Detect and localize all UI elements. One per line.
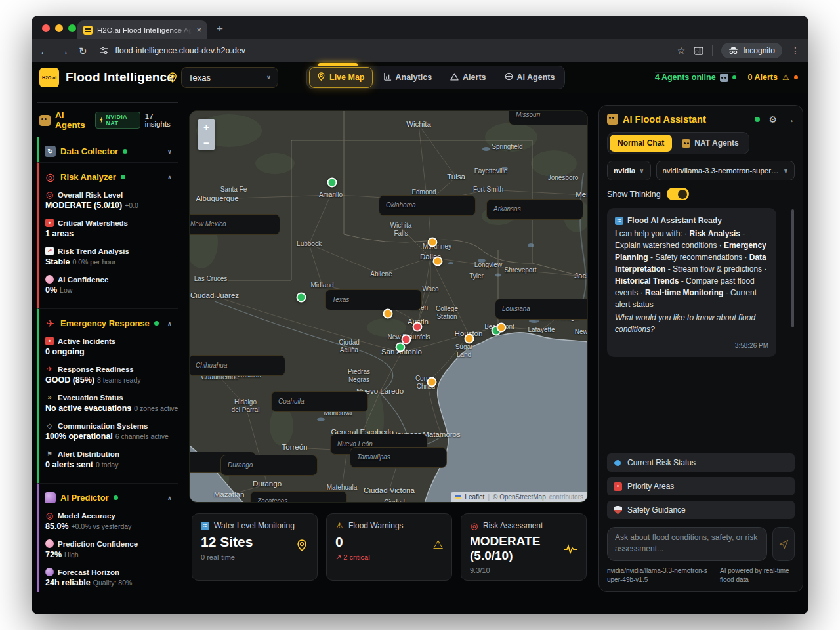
agent-header[interactable]: Data Collector∨: [45, 146, 175, 157]
metric-value: 100% operational6 channels active: [45, 432, 175, 441]
assistant-message: Flood AI Assistant Ready I can help you …: [607, 208, 776, 357]
site-marker-normal[interactable]: [297, 293, 306, 303]
site-marker-elevated[interactable]: [428, 238, 438, 247]
browser-tab[interactable]: H2O.ai Flood Intelligence Age ×: [77, 20, 207, 39]
main-nav: Live MapAnalyticsAlertsAI Agents: [306, 66, 565, 89]
incognito-badge: Incognito: [721, 43, 782, 58]
metric-value: 0%Low: [45, 285, 175, 295]
side-panel-icon[interactable]: [694, 47, 704, 55]
tab-close-icon[interactable]: ×: [196, 26, 201, 34]
url-text[interactable]: flood-intelligence.cloud-dev.h2o.dev: [116, 46, 246, 55]
site-marker-normal[interactable]: [396, 343, 406, 352]
robot-icon: [682, 139, 690, 148]
site-marker-elevated[interactable]: [433, 257, 443, 266]
nav-tab-label: Analytics: [396, 73, 432, 82]
site-marker-high[interactable]: [413, 322, 423, 332]
leaflet-link[interactable]: Leaflet: [465, 494, 484, 501]
chat-scrollbar[interactable]: [791, 209, 794, 327]
agent-header[interactable]: Emergency Response∧: [45, 318, 175, 329]
alerts-count-label: 0 Alerts: [748, 73, 778, 82]
maximize-window-button[interactable]: [68, 24, 76, 32]
zoom-out-button[interactable]: −: [198, 135, 215, 150]
back-icon[interactable]: ←: [39, 46, 49, 56]
provider-value: nvidia: [614, 167, 635, 175]
site-settings-icon[interactable]: [100, 46, 109, 55]
siren-icon: [614, 482, 622, 491]
message-body: I can help you with: · Risk Analysis - E…: [615, 228, 768, 310]
metric-value: No active evacuations0 zones active: [45, 404, 175, 413]
site-marker-elevated[interactable]: [465, 334, 474, 344]
show-thinking-toggle[interactable]: [667, 188, 689, 200]
reload-icon[interactable]: ↻: [79, 46, 87, 56]
assistant-online-dot: [755, 117, 760, 122]
chat-tab-nat-agents[interactable]: NAT Agents: [674, 135, 746, 152]
osm-link[interactable]: © OpenStreetMap: [493, 494, 546, 501]
collapse-panel-icon[interactable]: →: [786, 114, 795, 125]
metric-extra: 8 teams ready: [97, 376, 141, 384]
shield-icon: [614, 506, 622, 514]
site-marker-normal[interactable]: [327, 178, 337, 188]
site-marker-elevated[interactable]: [427, 377, 437, 387]
model-select[interactable]: nvidia/llama-3.3-nemotron-super-49b-v1. …: [656, 161, 795, 180]
agent-section-emergency-response: Emergency Response∧Active Incidents0 ong…: [37, 308, 178, 483]
agent-status-dot: [123, 149, 127, 154]
region-select[interactable]: Texas ∨: [181, 67, 278, 88]
close-window-button[interactable]: [42, 24, 50, 32]
chart-up-icon: [45, 247, 54, 255]
accordion-safety-guidance[interactable]: Safety Guidance: [607, 501, 795, 519]
metric-row: Response ReadinessGOOD (85%)8 teams read…: [45, 365, 175, 385]
address-bar[interactable]: flood-intelligence.cloud-dev.h2o.dev: [97, 46, 667, 55]
metric-label: Critical Watersheds: [45, 219, 175, 227]
chat-input-wrapper: [607, 527, 767, 561]
chat-history: Flood AI Assistant Ready I can help you …: [607, 208, 795, 448]
metric-extra: Quality: 80%: [93, 579, 133, 587]
map-canvas: [190, 111, 588, 503]
metric-value: Stable0.0% per hour: [45, 257, 175, 266]
agents-online-label: 4 Agents online: [655, 73, 716, 82]
minimize-window-button[interactable]: [55, 24, 63, 32]
provider-select[interactable]: nvidia ∨: [607, 161, 651, 180]
metric-row: Model Accuracy85.0%+0.0% vs yesterday: [45, 511, 175, 531]
forward-icon[interactable]: →: [59, 46, 69, 56]
zoom-in-button[interactable]: +: [198, 119, 215, 135]
accordion-priority-areas[interactable]: Priority Areas: [607, 477, 795, 495]
agent-list: Data Collector∨Risk Analyzer∧Overall Ris…: [37, 136, 178, 592]
metric-label-text: AI Confidence: [58, 276, 108, 284]
agent-name: Data Collector: [60, 146, 118, 156]
bolt-icon: [100, 117, 104, 123]
new-tab-button[interactable]: +: [217, 22, 223, 35]
send-button[interactable]: [772, 527, 795, 561]
site-marker-elevated[interactable]: [383, 309, 393, 319]
alerts-status: 0 Alerts: [748, 73, 798, 82]
metric-value: GOOD (85%)8 teams ready: [45, 375, 175, 385]
chevron-down-icon: ∨: [266, 74, 271, 81]
bookmark-icon[interactable]: ☆: [677, 46, 686, 55]
agent-header[interactable]: Risk Analyzer∧: [45, 171, 175, 182]
show-thinking-label: Show Thinking: [607, 190, 661, 199]
metric-row: Critical Watersheds1 areas: [45, 219, 175, 238]
chat-input[interactable]: [615, 532, 759, 553]
chevron-up-icon[interactable]: ∧: [167, 320, 172, 327]
nav-tab-live-map[interactable]: Live Map: [309, 67, 373, 88]
nav-tab-ai-agents[interactable]: AI Agents: [497, 68, 563, 87]
gear-icon[interactable]: ⚙: [768, 114, 777, 125]
flood-map[interactable]: WichitaSpringfieldTulsaFayettevilleJones…: [189, 110, 588, 503]
metric-label-text: Alert Distribution: [58, 450, 119, 458]
agent-header[interactable]: AI Predictor∧: [45, 492, 175, 503]
stats-row: Water Level Monitoring 12 Sites 0 real-t…: [192, 513, 587, 581]
nav-tab-analytics[interactable]: Analytics: [375, 68, 440, 87]
accordion-current-risk[interactable]: Current Risk Status: [607, 453, 795, 472]
chevron-down-icon[interactable]: ∨: [167, 148, 172, 155]
site-marker-elevated[interactable]: [497, 323, 507, 333]
chevron-up-icon[interactable]: ∧: [167, 174, 172, 180]
nav-tab-alerts[interactable]: Alerts: [442, 68, 494, 87]
chevron-up-icon[interactable]: ∧: [167, 495, 172, 501]
browser-menu-icon[interactable]: ⋮: [791, 45, 801, 56]
metric-label-text: Model Accuracy: [58, 512, 116, 520]
bars-nav-icon: [383, 72, 392, 83]
metric-extra: Low: [60, 286, 72, 294]
metric-label: Forecast Horizon: [45, 568, 175, 576]
chat-tab-normal-chat[interactable]: Normal Chat: [610, 135, 672, 152]
card-title: Risk Assessment: [483, 521, 543, 530]
app-header: H2O.ai Flood Intelligence Texas ∨ Live M…: [32, 62, 808, 93]
